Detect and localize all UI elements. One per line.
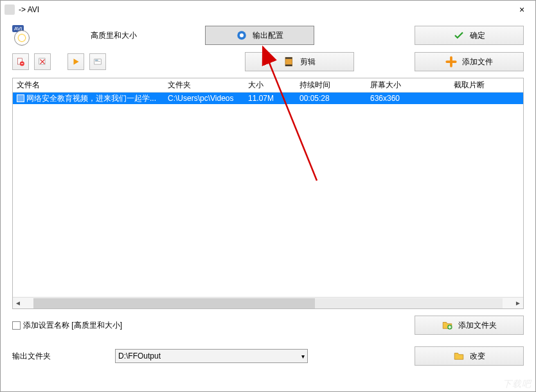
cell-dimensions: 636x360	[366, 94, 450, 103]
cell-duration: 00:05:28	[296, 94, 366, 103]
clip-icon	[283, 56, 295, 67]
window-title: -> AVI	[19, 5, 512, 14]
add-folder-label: 添加文件夹	[458, 320, 497, 331]
table-row[interactable]: 网络安全教育视频，进来我们一起学... C:\Users\pc\Videos 1…	[13, 93, 523, 104]
remove-file-button[interactable]	[12, 53, 29, 70]
settings-row: 添加设置名称 [高质里和大小] 添加文件夹	[12, 316, 524, 335]
cell-folder: C:\Users\pc\Videos	[164, 94, 244, 103]
quality-label: 高质里和大小	[91, 30, 187, 41]
video-file-icon	[17, 94, 24, 102]
table-body: 网络安全教育视频，进来我们一起学... C:\Users\pc\Videos 1…	[13, 93, 523, 297]
clip-label: 剪辑	[300, 57, 316, 67]
gear-icon	[236, 30, 247, 41]
clear-list-button[interactable]	[34, 53, 51, 70]
scroll-left-arrow[interactable]: ◄	[13, 298, 23, 308]
svg-rect-10	[285, 57, 292, 58]
cell-filename: 网络安全教育视频，进来我们一起学...	[13, 93, 164, 104]
add-file-label: 添加文件	[462, 57, 493, 67]
check-icon	[453, 30, 465, 41]
horizontal-scrollbar[interactable]: ◄ ►	[13, 297, 523, 308]
add-settings-label: 添加设置名称 [高质里和大小]	[23, 320, 122, 331]
change-button[interactable]: 改变	[415, 346, 524, 366]
tool-row: 剪辑 添加文件	[1, 49, 535, 78]
top-row: 高质里和大小 输出配置 确定	[1, 19, 535, 49]
change-label: 改变	[470, 351, 485, 362]
chevron-down-icon: ▾	[301, 353, 305, 360]
play-button[interactable]	[67, 53, 84, 70]
col-folder[interactable]: 文件夹	[164, 80, 244, 91]
table-header: 文件名 文件夹 大小 持续时间 屏幕大小 截取片断	[13, 78, 523, 93]
ok-label: 确定	[470, 30, 485, 41]
add-file-button[interactable]: 添加文件	[415, 52, 524, 71]
file-table: 文件名 文件夹 大小 持续时间 屏幕大小 截取片断 网络安全教育视频，进来我们一…	[12, 78, 524, 309]
folder-plus-icon	[442, 319, 453, 331]
col-duration[interactable]: 持续时间	[296, 80, 366, 91]
svg-rect-4	[21, 63, 24, 64]
output-config-label: 输出配置	[253, 30, 283, 41]
watermark: 下载吧	[503, 379, 532, 390]
output-folder-row: 输出文件夹 D:\FFOutput ▾ 改变	[12, 346, 524, 366]
add-folder-button[interactable]: 添加文件夹	[415, 316, 524, 335]
col-filename[interactable]: 文件名	[13, 80, 164, 91]
col-clip[interactable]: 截取片断	[450, 80, 514, 91]
titlebar: -> AVI ×	[1, 1, 535, 19]
app-icon	[4, 4, 15, 15]
close-button[interactable]: ×	[512, 4, 532, 15]
output-folder-combo[interactable]: D:\FFOutput ▾	[115, 349, 308, 363]
avi-format-icon	[12, 25, 33, 46]
bottom-area: 添加设置名称 [高质里和大小] 添加文件夹 输出文件夹 D:\FFOutput …	[1, 309, 535, 366]
col-size[interactable]: 大小	[244, 80, 296, 91]
svg-rect-11	[285, 65, 292, 66]
output-folder-value: D:\FFOutput	[118, 352, 161, 361]
col-dimensions[interactable]: 屏幕大小	[366, 80, 450, 91]
cell-size: 11.07M	[244, 94, 296, 103]
ok-button[interactable]: 确定	[415, 26, 524, 45]
folder-open-icon	[453, 350, 465, 362]
output-folder-label: 输出文件夹	[12, 351, 96, 362]
svg-rect-7	[95, 60, 98, 60]
add-settings-checkbox[interactable]	[12, 321, 21, 330]
svg-rect-8	[95, 61, 100, 62]
output-config-button[interactable]: 输出配置	[205, 26, 314, 45]
info-button[interactable]	[89, 53, 106, 70]
scroll-thumb[interactable]	[33, 298, 315, 308]
svg-point-1	[240, 33, 244, 37]
scroll-right-arrow[interactable]: ►	[513, 298, 523, 308]
plus-icon	[445, 56, 457, 67]
scroll-track[interactable]	[33, 298, 503, 308]
clip-button[interactable]: 剪辑	[245, 52, 354, 71]
